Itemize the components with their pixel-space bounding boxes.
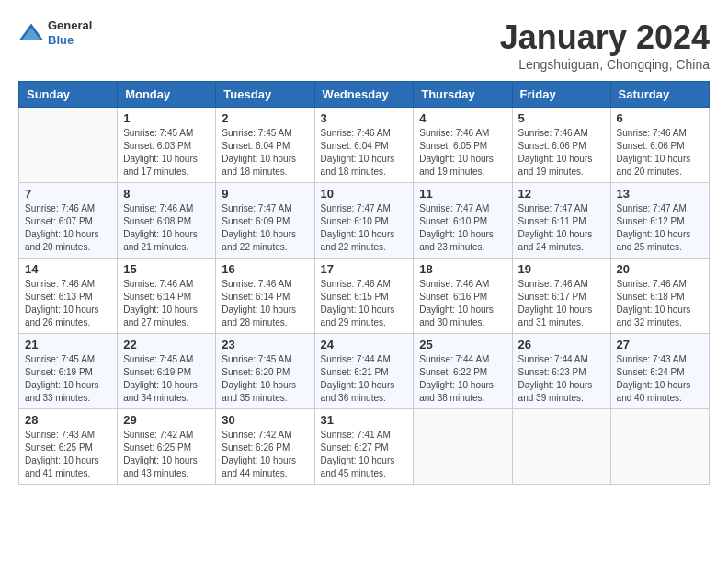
column-header-thursday: Thursday	[414, 82, 512, 108]
calendar-cell	[512, 409, 610, 485]
column-header-saturday: Saturday	[610, 82, 709, 108]
calendar-cell: 11Sunrise: 7:47 AM Sunset: 6:10 PM Dayli…	[414, 183, 512, 259]
calendar-week-2: 7Sunrise: 7:46 AM Sunset: 6:07 PM Daylig…	[19, 183, 710, 259]
day-number: 15	[123, 262, 210, 276]
day-info: Sunrise: 7:47 AM Sunset: 6:12 PM Dayligh…	[617, 202, 703, 254]
calendar-cell: 24Sunrise: 7:44 AM Sunset: 6:21 PM Dayli…	[314, 334, 414, 409]
day-number: 26	[518, 338, 605, 351]
calendar-week-1: 1Sunrise: 7:45 AM Sunset: 6:03 PM Daylig…	[19, 108, 710, 183]
day-number: 6	[617, 111, 703, 125]
day-info: Sunrise: 7:46 AM Sunset: 6:13 PM Dayligh…	[25, 278, 111, 329]
day-number: 20	[617, 262, 703, 276]
day-number: 13	[617, 187, 703, 201]
day-number: 28	[25, 413, 111, 427]
day-number: 24	[321, 338, 408, 351]
day-number: 16	[222, 262, 308, 276]
calendar-cell: 4Sunrise: 7:46 AM Sunset: 6:05 PM Daylig…	[414, 108, 512, 183]
day-number: 22	[123, 338, 210, 351]
page-header: General Blue January 2024 Lengshuiguan, …	[18, 18, 710, 72]
day-info: Sunrise: 7:45 AM Sunset: 6:19 PM Dayligh…	[123, 353, 210, 405]
calendar-cell: 29Sunrise: 7:42 AM Sunset: 6:25 PM Dayli…	[118, 409, 216, 485]
calendar-week-3: 14Sunrise: 7:46 AM Sunset: 6:13 PM Dayli…	[19, 259, 710, 334]
calendar-cell: 3Sunrise: 7:46 AM Sunset: 6:04 PM Daylig…	[314, 108, 414, 183]
calendar-cell: 5Sunrise: 7:46 AM Sunset: 6:06 PM Daylig…	[512, 108, 610, 183]
calendar-cell: 14Sunrise: 7:46 AM Sunset: 6:13 PM Dayli…	[19, 259, 118, 334]
day-number: 19	[518, 262, 605, 276]
day-info: Sunrise: 7:47 AM Sunset: 6:09 PM Dayligh…	[222, 202, 308, 254]
day-info: Sunrise: 7:45 AM Sunset: 6:20 PM Dayligh…	[222, 353, 308, 405]
day-info: Sunrise: 7:44 AM Sunset: 6:22 PM Dayligh…	[419, 353, 506, 405]
calendar-header-row: SundayMondayTuesdayWednesdayThursdayFrid…	[19, 82, 710, 108]
calendar-cell: 21Sunrise: 7:45 AM Sunset: 6:19 PM Dayli…	[19, 334, 118, 409]
calendar-cell: 27Sunrise: 7:43 AM Sunset: 6:24 PM Dayli…	[610, 334, 709, 409]
calendar-week-4: 21Sunrise: 7:45 AM Sunset: 6:19 PM Dayli…	[19, 334, 710, 409]
column-header-friday: Friday	[512, 82, 610, 108]
day-info: Sunrise: 7:46 AM Sunset: 6:06 PM Dayligh…	[617, 127, 703, 178]
calendar-week-5: 28Sunrise: 7:43 AM Sunset: 6:25 PM Dayli…	[19, 409, 710, 485]
calendar-cell: 13Sunrise: 7:47 AM Sunset: 6:12 PM Dayli…	[610, 183, 709, 259]
day-number: 25	[419, 338, 506, 351]
day-info: Sunrise: 7:46 AM Sunset: 6:16 PM Dayligh…	[419, 278, 506, 329]
calendar-cell: 18Sunrise: 7:46 AM Sunset: 6:16 PM Dayli…	[414, 259, 512, 334]
calendar-cell: 30Sunrise: 7:42 AM Sunset: 6:26 PM Dayli…	[216, 409, 314, 485]
day-info: Sunrise: 7:46 AM Sunset: 6:05 PM Dayligh…	[419, 127, 506, 178]
day-number: 5	[518, 111, 605, 125]
day-info: Sunrise: 7:42 AM Sunset: 6:25 PM Dayligh…	[123, 429, 210, 480]
day-info: Sunrise: 7:46 AM Sunset: 6:08 PM Dayligh…	[123, 202, 210, 254]
logo-icon	[18, 20, 44, 46]
day-number: 3	[321, 111, 408, 125]
day-number: 2	[222, 111, 308, 125]
calendar-cell: 2Sunrise: 7:45 AM Sunset: 6:04 PM Daylig…	[216, 108, 314, 183]
calendar-cell: 16Sunrise: 7:46 AM Sunset: 6:14 PM Dayli…	[216, 259, 314, 334]
calendar-cell: 17Sunrise: 7:46 AM Sunset: 6:15 PM Dayli…	[314, 259, 414, 334]
calendar-cell: 12Sunrise: 7:47 AM Sunset: 6:11 PM Dayli…	[512, 183, 610, 259]
day-number: 27	[617, 338, 703, 351]
day-number: 1	[123, 111, 210, 125]
logo-text: General Blue	[48, 18, 92, 47]
day-info: Sunrise: 7:46 AM Sunset: 6:15 PM Dayligh…	[321, 278, 408, 329]
day-number: 14	[25, 262, 111, 276]
calendar-cell: 26Sunrise: 7:44 AM Sunset: 6:23 PM Dayli…	[512, 334, 610, 409]
calendar-cell	[19, 108, 118, 183]
calendar-cell: 7Sunrise: 7:46 AM Sunset: 6:07 PM Daylig…	[19, 183, 118, 259]
calendar-cell: 8Sunrise: 7:46 AM Sunset: 6:08 PM Daylig…	[118, 183, 216, 259]
calendar-cell: 9Sunrise: 7:47 AM Sunset: 6:09 PM Daylig…	[216, 183, 314, 259]
day-number: 11	[419, 187, 506, 201]
calendar-cell: 23Sunrise: 7:45 AM Sunset: 6:20 PM Dayli…	[216, 334, 314, 409]
calendar-cell: 31Sunrise: 7:41 AM Sunset: 6:27 PM Dayli…	[314, 409, 414, 485]
day-number: 17	[321, 262, 408, 276]
column-header-tuesday: Tuesday	[216, 82, 314, 108]
day-info: Sunrise: 7:46 AM Sunset: 6:17 PM Dayligh…	[518, 278, 605, 329]
calendar-cell: 25Sunrise: 7:44 AM Sunset: 6:22 PM Dayli…	[414, 334, 512, 409]
calendar-cell: 28Sunrise: 7:43 AM Sunset: 6:25 PM Dayli…	[19, 409, 118, 485]
day-number: 31	[321, 413, 408, 427]
calendar-cell: 1Sunrise: 7:45 AM Sunset: 6:03 PM Daylig…	[118, 108, 216, 183]
day-info: Sunrise: 7:45 AM Sunset: 6:04 PM Dayligh…	[222, 127, 308, 178]
day-number: 7	[25, 187, 111, 201]
day-info: Sunrise: 7:46 AM Sunset: 6:07 PM Dayligh…	[25, 202, 111, 254]
day-info: Sunrise: 7:42 AM Sunset: 6:26 PM Dayligh…	[222, 429, 308, 480]
day-info: Sunrise: 7:46 AM Sunset: 6:04 PM Dayligh…	[321, 127, 408, 178]
day-number: 8	[123, 187, 210, 201]
month-title: January 2024	[500, 18, 710, 57]
day-info: Sunrise: 7:47 AM Sunset: 6:11 PM Dayligh…	[518, 202, 605, 254]
calendar-table: SundayMondayTuesdayWednesdayThursdayFrid…	[18, 81, 710, 485]
day-number: 23	[222, 338, 308, 351]
day-info: Sunrise: 7:47 AM Sunset: 6:10 PM Dayligh…	[321, 202, 408, 254]
logo-general: General	[48, 18, 92, 33]
day-number: 18	[419, 262, 506, 276]
calendar-cell: 15Sunrise: 7:46 AM Sunset: 6:14 PM Dayli…	[118, 259, 216, 334]
day-info: Sunrise: 7:46 AM Sunset: 6:14 PM Dayligh…	[222, 278, 308, 329]
day-info: Sunrise: 7:46 AM Sunset: 6:06 PM Dayligh…	[518, 127, 605, 178]
day-info: Sunrise: 7:45 AM Sunset: 6:03 PM Dayligh…	[123, 127, 210, 178]
calendar-cell: 22Sunrise: 7:45 AM Sunset: 6:19 PM Dayli…	[118, 334, 216, 409]
day-number: 29	[123, 413, 210, 427]
logo: General Blue	[18, 18, 92, 47]
day-number: 30	[222, 413, 308, 427]
title-area: January 2024 Lengshuiguan, Chongqing, Ch…	[500, 18, 710, 72]
day-info: Sunrise: 7:46 AM Sunset: 6:18 PM Dayligh…	[617, 278, 703, 329]
day-info: Sunrise: 7:43 AM Sunset: 6:25 PM Dayligh…	[25, 429, 111, 480]
day-number: 4	[419, 111, 506, 125]
day-number: 12	[518, 187, 605, 201]
day-number: 21	[25, 338, 111, 351]
